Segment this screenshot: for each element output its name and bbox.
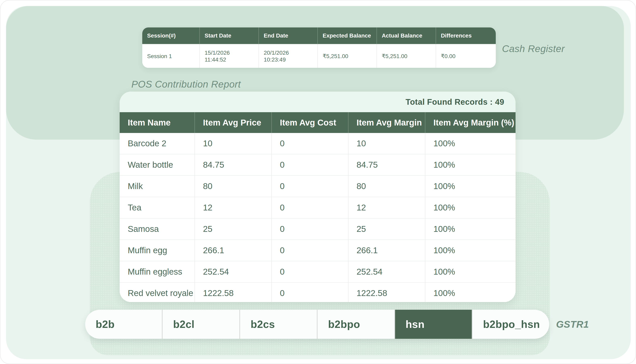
pos-table-cell: Muffin egg bbox=[120, 240, 195, 261]
pos-table-cell: 0 bbox=[272, 282, 348, 302]
pos-table-cell: 1222.58 bbox=[195, 282, 272, 302]
pos-table-cell: 100% bbox=[425, 176, 516, 197]
pos-table-cell: 25 bbox=[348, 218, 425, 240]
pos-table-cell: 252.54 bbox=[348, 261, 425, 282]
pos-table-cell: 25 bbox=[195, 218, 272, 240]
tab-label: hsn bbox=[406, 318, 424, 330]
page: Session(#)Start DateEnd DateExpected Bal… bbox=[0, 0, 636, 364]
cash-register-cell: ₹5,251.00 bbox=[318, 44, 377, 68]
pos-table-header-row: Item NameItem Avg PriceItem Avg CostItem… bbox=[120, 112, 516, 133]
pos-table-cell: 10 bbox=[195, 133, 272, 154]
pos-table-cell: 12 bbox=[348, 197, 425, 218]
pos-table-cell: 84.75 bbox=[195, 154, 272, 176]
pos-table: Item NameItem Avg PriceItem Avg CostItem… bbox=[120, 112, 516, 302]
cash-register-column-header: End Date bbox=[259, 28, 318, 44]
pos-column-header: Item Avg Price bbox=[195, 112, 272, 133]
pos-table-cell: 0 bbox=[272, 218, 348, 240]
total-found-records: Total Found Records : 49 bbox=[406, 98, 504, 106]
pos-table-cell: 0 bbox=[272, 133, 348, 154]
cash-register-column-header: Differences bbox=[436, 28, 496, 44]
tab-label: b2b bbox=[96, 318, 114, 330]
tab-b2bpo_hsn[interactable]: b2bpo_hsn bbox=[472, 310, 549, 339]
tab-hsn[interactable]: hsn bbox=[395, 310, 472, 339]
tab-b2cl[interactable]: b2cl bbox=[163, 310, 239, 339]
pos-table-cell: 100% bbox=[425, 154, 516, 176]
pos-table-row: Muffin eggless252.540252.54100% bbox=[120, 261, 516, 282]
tab-label: b2cl bbox=[173, 318, 194, 330]
pos-table-row: Barcode 210010100% bbox=[120, 133, 516, 154]
cash-register-cell: ₹0.00 bbox=[436, 44, 496, 68]
pos-table-cell: 1222.58 bbox=[348, 282, 425, 302]
cash-register-row: Session 115/1/202611:44:5220/1/202610:23… bbox=[142, 44, 496, 68]
gstr1-tabbar: b2bb2clb2csb2bpohsnb2bpo_hsn bbox=[85, 310, 549, 339]
pos-table-cell: 100% bbox=[425, 218, 516, 240]
cash-register-header-row: Session(#)Start DateEnd DateExpected Bal… bbox=[142, 28, 496, 44]
pos-table-row: Milk80080100% bbox=[120, 176, 516, 197]
pos-table-cell: Samosa bbox=[120, 218, 195, 240]
pos-table-row: Muffin egg266.10266.1100% bbox=[120, 240, 516, 261]
tab-label: b2cs bbox=[250, 318, 275, 330]
pos-table-cell: 80 bbox=[195, 176, 272, 197]
pos-table-row: Samosa25025100% bbox=[120, 218, 516, 240]
tab-b2cs[interactable]: b2cs bbox=[240, 310, 317, 339]
cash-register-table: Session(#)Start DateEnd DateExpected Bal… bbox=[142, 28, 496, 68]
cash-register-card: Session(#)Start DateEnd DateExpected Bal… bbox=[142, 28, 496, 68]
pos-table-cell: Water bottle bbox=[120, 154, 195, 176]
pos-table-cell: 100% bbox=[425, 282, 516, 302]
pos-column-header: Item Avg Margin bbox=[348, 112, 425, 133]
pos-table-cell: Barcode 2 bbox=[120, 133, 195, 154]
pos-column-header: Item Avg Cost bbox=[272, 112, 348, 133]
pos-table-cell: Red velvet royale bbox=[120, 282, 195, 302]
tab-label: b2bpo bbox=[328, 318, 360, 330]
tab-b2bpo[interactable]: b2bpo bbox=[318, 310, 394, 339]
cash-register-column-header: Session(#) bbox=[142, 28, 200, 44]
cash-register-label: Cash Register bbox=[502, 43, 565, 54]
pos-table-cell: 266.1 bbox=[195, 240, 272, 261]
pos-table-cell: 0 bbox=[272, 154, 348, 176]
cash-register-cell: Session 1 bbox=[142, 44, 200, 68]
cash-register-column-header: Expected Balance bbox=[318, 28, 377, 44]
pos-table-cell: 0 bbox=[272, 240, 348, 261]
pos-table-cell: 100% bbox=[425, 261, 516, 282]
cash-register-column-header: Start Date bbox=[200, 28, 259, 44]
pos-table-cell: 0 bbox=[272, 197, 348, 218]
pos-report-card: Total Found Records : 49 Item NameItem A… bbox=[120, 92, 516, 302]
tab-b2b[interactable]: b2b bbox=[85, 310, 162, 339]
pos-table-cell: Tea bbox=[120, 197, 195, 218]
pos-table-cell: Muffin eggless bbox=[120, 261, 195, 282]
pos-table-cell: 100% bbox=[425, 197, 516, 218]
pos-table-cell: 100% bbox=[425, 133, 516, 154]
pos-table-cell: 100% bbox=[425, 240, 516, 261]
pos-column-header: Item Name bbox=[120, 112, 195, 133]
pos-table-cell: 0 bbox=[272, 176, 348, 197]
pos-report-label: POS Contribution Report bbox=[131, 79, 241, 90]
pos-table-row: Red velvet royale1222.5801222.58100% bbox=[120, 282, 516, 302]
pos-table-cell: 84.75 bbox=[348, 154, 425, 176]
pos-table-cell: 266.1 bbox=[348, 240, 425, 261]
pos-table-cell: 80 bbox=[348, 176, 425, 197]
cash-register-cell: 15/1/202611:44:52 bbox=[200, 44, 259, 68]
cash-register-column-header: Actual Balance bbox=[377, 28, 436, 44]
cash-register-cell: 20/1/202610:23:49 bbox=[259, 44, 318, 68]
pos-column-header: Item Avg Margin (%) bbox=[425, 112, 516, 133]
pos-table-cell: 252.54 bbox=[195, 261, 272, 282]
pos-table-row: Water bottle84.75084.75100% bbox=[120, 154, 516, 176]
pos-table-cell: 12 bbox=[195, 197, 272, 218]
cash-register-cell: ₹5,251.00 bbox=[377, 44, 436, 68]
pos-table-row: Tea12012100% bbox=[120, 197, 516, 218]
pos-card-header-strip: Total Found Records : 49 bbox=[120, 92, 516, 112]
gstr1-label: GSTR1 bbox=[556, 319, 589, 330]
tab-label: b2bpo_hsn bbox=[483, 318, 540, 330]
pos-table-cell: 0 bbox=[272, 261, 348, 282]
pos-table-cell: Milk bbox=[120, 176, 195, 197]
pos-table-cell: 10 bbox=[348, 133, 425, 154]
